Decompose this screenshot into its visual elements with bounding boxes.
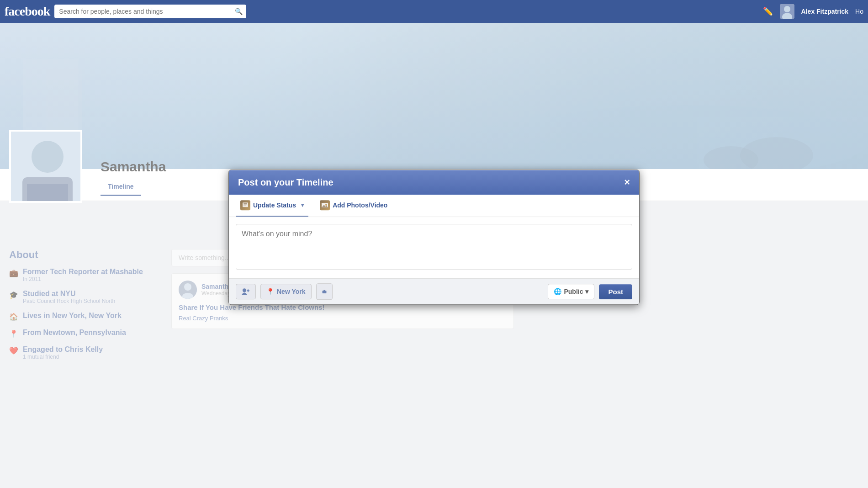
modal-footer: 📍 New York 🌐 Public ▾ Post (229, 278, 639, 304)
username[interactable]: Alex Fitzpatrick (801, 8, 848, 15)
globe-icon: 🌐 (554, 288, 561, 295)
camera-button[interactable] (316, 283, 333, 300)
svg-rect-17 (243, 203, 247, 204)
privacy-label: Public (564, 288, 583, 295)
location-label: New York (277, 288, 306, 295)
post-button[interactable]: Post (599, 284, 632, 299)
tab-update-status[interactable]: Update Status ▾ (236, 195, 308, 217)
svg-rect-27 (323, 290, 325, 291)
photos-tab-icon (320, 200, 330, 210)
navbar-right: ✏️ Alex Fitzpatrick Ho (763, 4, 863, 19)
privacy-dropdown[interactable]: 🌐 Public ▾ (548, 284, 594, 299)
search-input[interactable] (59, 8, 242, 15)
search-bar[interactable]: 🔍 (54, 5, 246, 18)
status-tab-icon (240, 200, 250, 210)
tag-friends-button[interactable] (236, 284, 256, 299)
modal-body (229, 217, 639, 278)
post-textarea[interactable] (236, 224, 632, 270)
chevron-down-icon: ▾ (585, 288, 588, 295)
post-modal: Post on your Timeline × Update Status ▾ … (228, 170, 640, 305)
modal-header: Post on your Timeline × (229, 170, 639, 195)
modal-tabs: Update Status ▾ Add Photos/Video (229, 195, 639, 217)
search-icon: 🔍 (235, 8, 243, 15)
location-button[interactable]: 📍 New York (260, 284, 312, 299)
home-link[interactable]: Ho (855, 8, 863, 15)
modal-title: Post on your Timeline (238, 177, 333, 188)
tab-status-label: Update Status (253, 202, 296, 209)
svg-point-20 (325, 204, 327, 206)
svg-rect-18 (243, 205, 246, 205)
tab-add-photos[interactable]: Add Photos/Video (315, 195, 392, 217)
avatar[interactable] (780, 4, 794, 19)
facebook-logo: facebook (5, 4, 50, 19)
tab-photos-label: Add Photos/Video (333, 202, 387, 209)
modal-close-button[interactable]: × (624, 176, 630, 188)
compose-icon[interactable]: ✏️ (763, 6, 773, 16)
navbar: facebook 🔍 ✏️ Alex Fitzpatrick Ho (0, 0, 868, 23)
location-icon: 📍 (266, 288, 274, 295)
svg-point-22 (243, 288, 246, 292)
tab-arrow: ▾ (301, 202, 304, 208)
svg-point-1 (784, 6, 790, 12)
